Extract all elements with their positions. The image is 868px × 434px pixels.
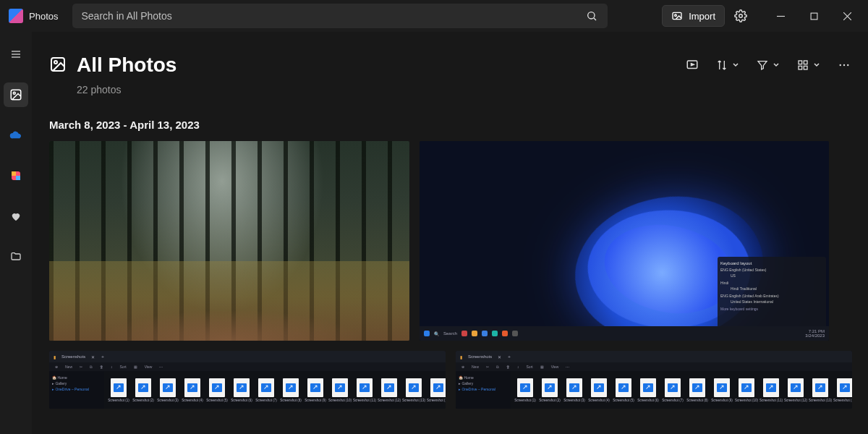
explorer-titlebar: ▮Screenshots✕＋ bbox=[49, 351, 446, 362]
gallery-toolbar bbox=[686, 59, 851, 72]
file-item: Screenshot (7) bbox=[663, 378, 683, 402]
file-item: Screenshot (2) bbox=[133, 378, 153, 402]
svg-line-1 bbox=[594, 18, 596, 20]
file-item: Screenshot (12) bbox=[786, 378, 806, 402]
app-title: Photos bbox=[29, 11, 58, 22]
file-item: Screenshot (8) bbox=[281, 378, 301, 402]
svg-point-26 bbox=[843, 64, 845, 66]
file-item: Screenshot (6) bbox=[638, 378, 658, 402]
file-item: Screenshot (10) bbox=[330, 378, 350, 402]
sidebar-item-favorites[interactable] bbox=[4, 204, 28, 229]
main-content: All Photos bbox=[32, 32, 868, 434]
file-item: Screenshot (11) bbox=[761, 378, 781, 402]
photo-thumb-explorer-2[interactable]: ▮Screenshots✕＋ ⊕New✂⧉🗑↕Sort▦View⋯ 🏠 Home… bbox=[456, 351, 852, 409]
svg-rect-21 bbox=[799, 61, 802, 64]
svg-point-27 bbox=[847, 64, 848, 66]
more-button[interactable] bbox=[838, 59, 851, 72]
slideshow-button[interactable] bbox=[686, 59, 699, 72]
window-maximize-button[interactable] bbox=[797, 4, 830, 27]
file-item: Screenshot (1) bbox=[515, 378, 535, 402]
file-item: Screenshot (14) bbox=[428, 378, 446, 402]
file-item: Screenshot (6) bbox=[231, 378, 252, 402]
file-grid: Screenshot (1)Screenshot (2)Screenshot (… bbox=[104, 371, 446, 409]
file-item: Screenshot (3) bbox=[158, 378, 178, 402]
svg-point-13 bbox=[13, 92, 15, 94]
view-layout-button[interactable] bbox=[797, 59, 820, 71]
explorer-titlebar: ▮Screenshots✕＋ bbox=[456, 351, 852, 362]
file-item: Screenshot (7) bbox=[256, 378, 276, 402]
sort-button[interactable] bbox=[716, 59, 739, 71]
photo-thumb-screenshot-bloom[interactable]: Keyboard layout ENG English (United Stat… bbox=[420, 141, 829, 341]
svg-rect-23 bbox=[799, 66, 802, 69]
svg-point-25 bbox=[840, 64, 841, 66]
file-item: Screenshot (5) bbox=[207, 378, 227, 402]
date-range-heading: March 8, 2023 - April 13, 2023 bbox=[49, 119, 851, 131]
svg-rect-16 bbox=[16, 176, 20, 180]
file-item: Screenshot (4) bbox=[182, 378, 203, 402]
file-item: Screenshot (10) bbox=[736, 378, 757, 402]
file-item: Screenshot (9) bbox=[712, 378, 732, 402]
photo-thumb-explorer-1[interactable]: ▮Screenshots✕＋ ⊕New✂⧉🗑↕Sort▦View⋯ 🏠 Home… bbox=[49, 351, 446, 409]
sidebar bbox=[0, 32, 32, 434]
sidebar-menu-button[interactable] bbox=[4, 42, 28, 67]
file-item: Screenshot (1) bbox=[109, 378, 129, 402]
sidebar-item-onedrive[interactable] bbox=[4, 123, 28, 148]
page-title: All Photos bbox=[77, 54, 176, 77]
svg-rect-24 bbox=[804, 66, 807, 69]
file-item: Screenshot (8) bbox=[687, 378, 707, 402]
svg-point-3 bbox=[675, 14, 677, 17]
import-icon bbox=[671, 10, 683, 22]
file-item: Screenshot (12) bbox=[379, 378, 399, 402]
filter-button[interactable] bbox=[757, 59, 780, 71]
file-item: Screenshot (5) bbox=[613, 378, 634, 402]
svg-point-0 bbox=[588, 12, 595, 19]
gallery-icon bbox=[49, 56, 68, 75]
svg-marker-20 bbox=[692, 64, 694, 66]
titlebar: Photos Import bbox=[0, 0, 868, 32]
file-item: Screenshot (2) bbox=[540, 378, 560, 402]
file-item: Screenshot (14) bbox=[835, 378, 852, 402]
file-item: Screenshot (3) bbox=[564, 378, 584, 402]
svg-rect-6 bbox=[811, 13, 817, 20]
search-icon[interactable] bbox=[584, 9, 599, 23]
svg-point-4 bbox=[739, 14, 743, 18]
search-input[interactable] bbox=[81, 10, 584, 22]
keyboard-layout-overlay: Keyboard layout ENG English (United Stat… bbox=[718, 257, 826, 329]
file-item: Screenshot (11) bbox=[354, 378, 375, 402]
import-button[interactable]: Import bbox=[662, 5, 725, 27]
photo-thumb-forest[interactable] bbox=[49, 141, 409, 341]
app-logo-icon bbox=[9, 9, 23, 23]
import-label: Import bbox=[689, 11, 715, 22]
svg-rect-15 bbox=[12, 171, 16, 176]
file-item: Screenshot (13) bbox=[404, 378, 424, 402]
svg-point-18 bbox=[54, 61, 57, 64]
settings-button[interactable] bbox=[728, 3, 754, 29]
chevron-down-icon bbox=[773, 61, 780, 69]
window-minimize-button[interactable] bbox=[764, 4, 797, 27]
taskbar-in-screenshot: 🔍Search 7:21 PM3/24/2023 bbox=[420, 326, 829, 341]
svg-rect-22 bbox=[804, 61, 807, 64]
chevron-down-icon bbox=[732, 61, 739, 69]
file-item: Screenshot (13) bbox=[810, 378, 830, 402]
search-input-wrap[interactable] bbox=[72, 4, 608, 28]
file-item: Screenshot (9) bbox=[305, 378, 326, 402]
window-close-button[interactable] bbox=[830, 4, 864, 27]
sidebar-item-all-photos[interactable] bbox=[4, 82, 28, 107]
file-grid: Screenshot (1)Screenshot (2)Screenshot (… bbox=[511, 371, 852, 409]
sidebar-item-icloud[interactable] bbox=[4, 163, 28, 188]
photo-count: 22 photos bbox=[77, 84, 851, 95]
file-item: Screenshot (4) bbox=[589, 378, 609, 402]
chevron-down-icon bbox=[813, 61, 820, 69]
sidebar-item-folders[interactable] bbox=[4, 244, 28, 269]
